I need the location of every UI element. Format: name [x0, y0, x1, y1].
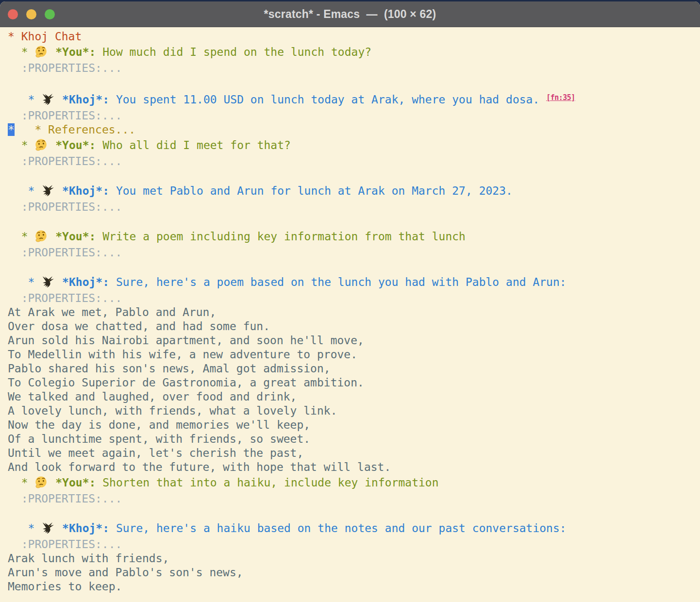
properties-drawer-folded[interactable]: :PROPERTIES:...	[8, 246, 122, 259]
poem-line: To Medellin with his wife, a new adventu…	[8, 348, 696, 362]
eagle-emoji	[41, 521, 55, 535]
poem-text: To Medellin with his wife, a new adventu…	[8, 348, 357, 361]
poem-text: To Colegio Superior de Gastronomia, a gr…	[8, 376, 364, 389]
traffic-lights	[0, 9, 55, 19]
properties-drawer-folded[interactable]: :PROPERTIES:...	[8, 62, 122, 74]
khoj-message-line: * *Khoj*: You met Pablo and Arun for lun…	[8, 183, 696, 200]
close-button[interactable]	[8, 9, 18, 19]
text-run	[49, 476, 55, 489]
org-heading-stars[interactable]: *	[8, 184, 41, 197]
properties-drawer-line: :PROPERTIES:...	[8, 537, 696, 552]
eagle-emoji	[41, 275, 55, 289]
you-message-line: * *You*: Shorten that into a haiku, incl…	[8, 474, 696, 492]
khoj-chat-heading[interactable]: * Khoj Chat	[8, 30, 82, 43]
khoj-chat-heading-line: * Khoj Chat	[8, 30, 696, 44]
khoj-answer: Sure, here's a haiku based on the notes …	[109, 522, 567, 535]
speaker-you: *You*:	[55, 230, 96, 243]
references-heading[interactable]: * References...	[34, 123, 135, 136]
cursor-highlighted-star[interactable]: *	[8, 123, 15, 136]
properties-drawer-line: :PROPERTIES:...	[8, 109, 696, 123]
poem-line: Until we meet again, let's cherish the p…	[8, 446, 696, 460]
org-heading-stars[interactable]: *	[8, 230, 34, 243]
haiku-text: Memories to keep.	[8, 580, 122, 593]
speaker-you: *You*:	[55, 476, 96, 489]
thinking-face-emoji	[34, 45, 49, 59]
poem-line: And look forward to the future, with hop…	[8, 460, 696, 474]
buffer[interactable]: * Khoj Chat * *You*: How much did I spen…	[0, 27, 700, 594]
blank-line	[8, 260, 696, 274]
khoj-message-line: * *Khoj*: Sure, here's a poem based on t…	[8, 274, 696, 291]
khoj-answer: Sure, here's a poem based on the lunch y…	[109, 276, 567, 288]
you-question: Who all did I meet for that?	[96, 139, 291, 151]
text-run	[49, 230, 55, 243]
blank-line	[8, 168, 696, 183]
footnote-link[interactable]: [fn:35]	[546, 93, 575, 102]
titlebar[interactable]: *scratch* - Emacs — (100 × 62)	[0, 1, 700, 27]
khoj-message-line: * *Khoj*: Sure, here's a haiku based on …	[8, 520, 696, 537]
org-heading-stars[interactable]: *	[8, 46, 34, 58]
properties-drawer-folded[interactable]: :PROPERTIES:...	[8, 155, 122, 167]
blank-line	[8, 506, 696, 520]
properties-drawer-line: :PROPERTIES:...	[8, 492, 696, 506]
properties-drawer-line: :PROPERTIES:...	[8, 154, 696, 168]
haiku-line: Arun's move and Pablo's son's news,	[8, 566, 696, 580]
khoj-answer: You met Pablo and Arun for lunch at Arak…	[109, 184, 513, 197]
speaker-khoj: *Khoj*:	[62, 184, 109, 197]
speaker-you: *You*:	[55, 139, 96, 151]
text-run	[55, 184, 62, 197]
properties-drawer-folded[interactable]: :PROPERTIES:...	[8, 109, 122, 122]
you-question: How much did I spend on the lunch today?	[96, 46, 371, 58]
text-run	[55, 93, 62, 106]
org-heading-stars[interactable]: *	[8, 93, 41, 106]
poem-line: To Colegio Superior de Gastronomia, a gr…	[8, 376, 696, 390]
org-heading-stars[interactable]: *	[8, 139, 34, 151]
you-message-line: * *You*: How much did I spend on the lun…	[8, 44, 696, 61]
poem-text: A lovely lunch, with friends, what a lov…	[8, 404, 337, 417]
poem-line: Over dosa we chatted, and had some fun.	[8, 319, 696, 334]
poem-text: At Arak we met, Pablo and Arun,	[8, 306, 216, 318]
org-heading-stars[interactable]: *	[8, 522, 41, 535]
eagle-emoji	[41, 184, 55, 198]
speaker-you: *You*:	[55, 46, 96, 58]
thinking-face-emoji	[34, 476, 49, 490]
you-message-line: * *You*: Write a poem including key info…	[8, 228, 696, 246]
poem-line: Arun sold his Nairobi apartment, and soo…	[8, 334, 696, 348]
properties-drawer-folded[interactable]: :PROPERTIES:...	[8, 201, 122, 213]
poem-line: Pablo shared his son's news, Amal got ad…	[8, 362, 696, 376]
org-heading-stars[interactable]: *	[8, 276, 41, 288]
you-question: Shorten that into a haiku, include key i…	[96, 476, 438, 489]
speaker-khoj: *Khoj*:	[62, 93, 109, 106]
properties-drawer-folded[interactable]: :PROPERTIES:...	[8, 492, 122, 505]
poem-text: Now the day is done, and memories we'll …	[8, 418, 310, 431]
window-title: *scratch* - Emacs — (100 × 62)	[0, 8, 700, 21]
eagle-emoji	[41, 93, 55, 107]
text-run	[49, 46, 55, 58]
blank-line	[8, 214, 696, 228]
haiku-line: Memories to keep.	[8, 580, 696, 594]
text-run	[55, 522, 62, 535]
text-run	[55, 276, 62, 288]
haiku-text: Arak lunch with friends,	[8, 552, 169, 565]
khoj-answer: You spent 11.00 USD on lunch today at Ar…	[109, 93, 546, 106]
poem-text: Arun sold his Nairobi apartment, and soo…	[8, 334, 364, 347]
you-question: Write a poem including key information f…	[96, 230, 466, 243]
poem-line: A lovely lunch, with friends, what a lov…	[8, 404, 696, 418]
properties-drawer-folded[interactable]: :PROPERTIES:...	[8, 292, 122, 304]
properties-drawer-line: :PROPERTIES:...	[8, 246, 696, 260]
you-message-line: * *You*: Who all did I meet for that?	[8, 137, 696, 154]
blank-line	[8, 75, 696, 89]
poem-text: Over dosa we chatted, and had some fun.	[8, 320, 270, 333]
properties-drawer-line: :PROPERTIES:...	[8, 291, 696, 305]
poem-line: We talked and laughed, over food and dri…	[8, 390, 696, 404]
zoom-button[interactable]	[45, 9, 55, 19]
org-heading-stars[interactable]: *	[8, 476, 34, 489]
emacs-window: *scratch* - Emacs — (100 × 62) * Khoj Ch…	[0, 1, 700, 602]
text-run	[15, 123, 35, 136]
minimize-button[interactable]	[26, 9, 36, 19]
thinking-face-emoji	[34, 138, 49, 152]
haiku-line: Arak lunch with friends,	[8, 552, 696, 566]
properties-drawer-folded[interactable]: :PROPERTIES:...	[8, 538, 122, 551]
references-line: * * References...	[8, 123, 696, 137]
speaker-khoj: *Khoj*:	[62, 522, 109, 535]
speaker-khoj: *Khoj*:	[62, 276, 109, 288]
